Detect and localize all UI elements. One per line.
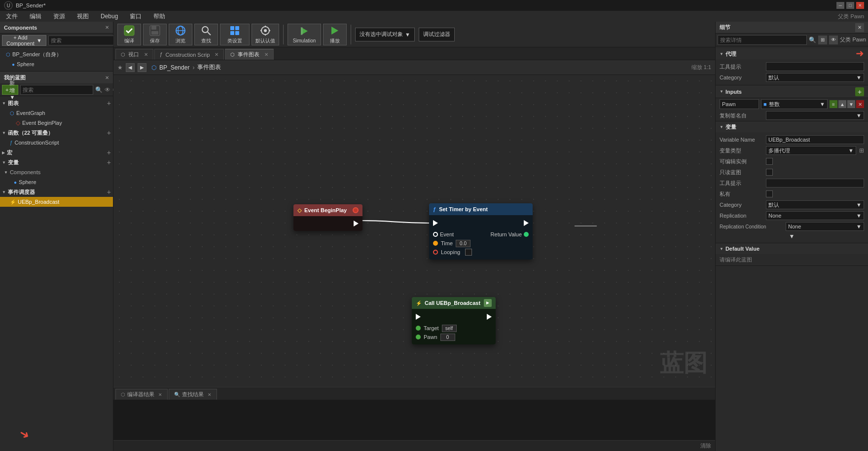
target-value[interactable]: self	[442, 325, 457, 332]
tab-construction[interactable]: ƒ Construction Scrip ✕	[154, 49, 224, 60]
compile-button[interactable]: 编译	[117, 24, 141, 45]
blueprint-canvas[interactable]: ◇ Event BeginPlay ƒ Set Timer by Event	[113, 75, 715, 387]
menu-file[interactable]: 文件	[4, 11, 20, 22]
class-settings-button[interactable]: 类设置	[220, 24, 250, 45]
menu-view[interactable]: 视图	[75, 11, 91, 22]
event-dispatchers-add-icon[interactable]: +	[107, 188, 111, 196]
bp-new-button[interactable]: + 新增▼	[2, 85, 18, 95]
menu-help[interactable]: 帮助	[151, 11, 167, 22]
default-value-header[interactable]: ▼ Default Value	[716, 243, 868, 254]
bp-eye-icon[interactable]: 👁	[105, 86, 110, 93]
time-value[interactable]: 0.0	[456, 240, 470, 247]
pawn-value[interactable]: 0	[440, 334, 455, 341]
bp-section-variables[interactable]: ▼ 变量 +	[0, 157, 113, 167]
pawn-type-edit-button[interactable]: ≡	[830, 100, 837, 108]
bp-panel-close-icon[interactable]: ✕	[105, 75, 109, 80]
var-name-input[interactable]	[766, 135, 864, 144]
node-event-begin-play[interactable]: ◇ Event BeginPlay	[293, 204, 362, 231]
var-type-dropdown[interactable]: 多播代理 ▼	[766, 146, 856, 155]
private-checkbox[interactable]	[766, 190, 773, 197]
graphs-add-icon[interactable]: +	[107, 99, 111, 107]
bp-event-graph-item[interactable]: ⬡ EventGraph	[0, 108, 113, 118]
details-search-input[interactable]	[718, 35, 807, 45]
menu-edit[interactable]: 编辑	[28, 11, 43, 22]
menu-assets[interactable]: 资源	[51, 11, 67, 22]
simulation-button[interactable]: Simulation	[288, 24, 321, 45]
menu-debug[interactable]: Debug	[99, 12, 120, 21]
bp-construction-script-item[interactable]: ƒ ConstructionScript	[0, 138, 113, 148]
pawn-remove-button[interactable]: ✕	[856, 100, 864, 108]
pawn-type-dropdown[interactable]: ■ 整数 ▼	[761, 99, 828, 109]
maximize-button[interactable]: □	[846, 2, 854, 9]
copy-from-dropdown[interactable]: ▼	[766, 111, 864, 120]
tooltip2-row: 工具提示	[720, 178, 864, 188]
replication-dropdown[interactable]: None ▼	[766, 211, 864, 220]
compiler-tab-close-icon[interactable]: ✕	[158, 392, 162, 397]
bottom-tab-find[interactable]: 🔍 查找结果 ✕	[169, 389, 217, 400]
breadcrumb-bp-sender[interactable]: BP_Sender	[159, 64, 189, 71]
call-uebp-expand-icon[interactable]	[484, 299, 492, 307]
find-tab-close-icon[interactable]: ✕	[208, 392, 212, 397]
star-icon[interactable]: ★	[117, 64, 123, 71]
tab-event-graph[interactable]: ⬡ 事件图表 ✕	[225, 49, 274, 60]
defaults-button[interactable]: 默认认值	[252, 24, 279, 45]
construction-tab-close-icon[interactable]: ✕	[215, 52, 218, 57]
event-graph-tab-close-icon[interactable]: ✕	[264, 52, 268, 57]
tooltip2-value[interactable]	[766, 179, 864, 188]
functions-add-icon[interactable]: +	[107, 129, 111, 137]
bp-search-input[interactable]	[20, 85, 93, 95]
breadcrumb-event-graph[interactable]: 事件图表	[197, 63, 221, 72]
pawn-name-input[interactable]	[720, 99, 759, 109]
bp-section-functions[interactable]: ▼ 函数（22 可重叠） +	[0, 128, 113, 138]
breadcrumb-back-button[interactable]: ◀	[126, 63, 135, 72]
close-button[interactable]: ✕	[856, 2, 864, 9]
bp-section-components[interactable]: ▼ Components	[0, 167, 113, 177]
bottom-tab-compiler[interactable]: ⬡ 编译器结果 ✕	[115, 389, 168, 400]
tree-item-bp-sender[interactable]: ⬡ BP_Sender（自身）	[0, 49, 113, 59]
bp-section-graphs[interactable]: ▼ 图表 +	[0, 98, 113, 108]
read-only-checkbox[interactable]	[766, 169, 773, 176]
node-call-uebp[interactable]: ⚡ Call UEBp_Broadcast Target	[412, 297, 496, 344]
clear-button[interactable]: 清除	[700, 442, 711, 450]
proxy-section-header[interactable]: ▼ 代理	[716, 48, 868, 59]
breadcrumb-forward-button[interactable]: ▶	[138, 63, 146, 72]
looping-checkbox[interactable]	[465, 249, 472, 256]
menu-window[interactable]: 窗口	[128, 11, 144, 22]
bp-sphere-var-item[interactable]: ● Sphere	[0, 177, 113, 187]
find-button[interactable]: 查找	[194, 24, 218, 45]
var-type-array-icon[interactable]: ⊞	[859, 147, 864, 154]
editable-checkbox[interactable]	[766, 158, 773, 165]
macros-add-icon[interactable]: +	[107, 149, 111, 156]
inputs-add-button[interactable]: +	[855, 87, 864, 96]
tree-item-sphere[interactable]: ● Sphere	[0, 59, 113, 69]
details-close-button[interactable]: ✕	[855, 23, 864, 32]
details-view-toggle[interactable]: ⊞	[818, 36, 827, 44]
add-component-button[interactable]: + Add Component ▼	[2, 35, 46, 46]
tab-viewport[interactable]: ⬡ 视口 ✕	[115, 49, 153, 60]
bp-section-event-dispatchers[interactable]: ▼ 事件调度器 +	[0, 187, 113, 197]
rep-condition-dropdown[interactable]: None ▼	[786, 222, 864, 231]
components-close-icon[interactable]: ✕	[105, 25, 109, 30]
bp-event-begin-play-item[interactable]: ◇ Event BeginPlay	[0, 118, 113, 128]
minimize-button[interactable]: ─	[836, 2, 844, 9]
category-dropdown[interactable]: 默认 ▼	[766, 73, 864, 82]
browse-button[interactable]: 浏览	[169, 24, 192, 45]
no-debug-dropdown[interactable]: 没有选中调试对象 ▼	[355, 28, 415, 41]
node-set-timer[interactable]: ƒ Set Timer by Event Event	[429, 203, 533, 260]
bp-section-macros[interactable]: ▶ 宏 +	[0, 148, 113, 157]
category2-dropdown[interactable]: 默认 ▼	[766, 200, 864, 209]
pawn-move-down-button[interactable]: ▼	[847, 100, 855, 108]
tooltip-value[interactable]	[766, 62, 864, 71]
expand-more-button[interactable]: ▼	[720, 232, 864, 241]
play-button[interactable]: 播放	[323, 24, 347, 45]
viewport-tab-close-icon[interactable]: ✕	[144, 52, 148, 57]
component-search-input[interactable]	[48, 36, 121, 45]
variables-add-icon[interactable]: +	[107, 158, 111, 166]
bp-uebp-broadcast-item[interactable]: ⚡ UEBp_Broadcast	[0, 197, 113, 207]
pawn-move-up-button[interactable]: ▲	[838, 100, 846, 108]
details-eye-button[interactable]: 👁	[829, 36, 838, 44]
debug-filter-dropdown[interactable]: 调试过滤器	[419, 28, 455, 41]
save-button[interactable]: 保存	[143, 24, 167, 45]
variables-section-header[interactable]: ▼ 变量	[716, 121, 868, 132]
return-value-group: Return Value	[491, 231, 529, 237]
